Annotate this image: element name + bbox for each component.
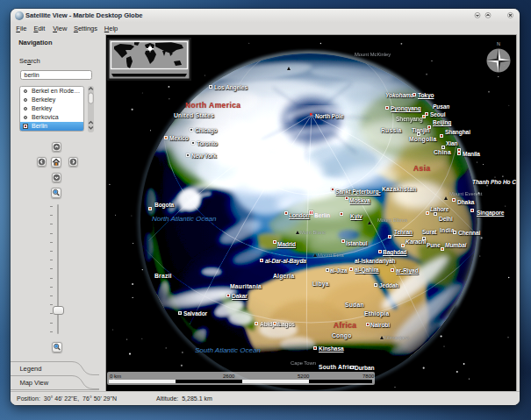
- svg-text:N: N: [497, 41, 500, 46]
